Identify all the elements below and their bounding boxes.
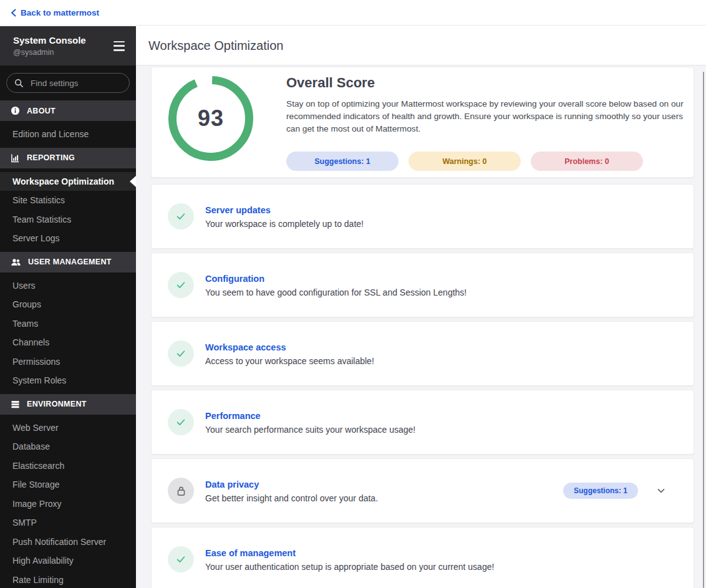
sidebar-header: System Console @sysadmin [0,26,136,65]
card-description: Your workspace is completely up to date! [205,219,364,229]
search-icon [14,79,24,88]
overall-score-card: 93 Overall Score Stay on top of optimizi… [151,67,694,178]
card-title-performance[interactable]: Performance [205,411,261,421]
selected-item-arrow [130,176,136,187]
score-chips: Suggestions: 1Warnings: 0Problems: 0 [286,152,675,171]
score-ring: 93 [168,76,253,161]
card-ease-of-management: Ease of managementYour user authenticati… [151,527,694,588]
back-to-mattermost-link[interactable]: Back to mattermost [11,8,99,17]
sidebar-item-system-roles[interactable]: System Roles [0,371,136,390]
sidebar-item-site-statistics[interactable]: Site Statistics [0,191,136,210]
card-description: Access to your workspace seems available… [205,356,374,366]
back-chevron-icon [11,9,16,17]
card-description: Your search performance suits your works… [205,425,415,435]
nav-section-user-management: USER MANAGEMENTUsersGroupsTeamsChannelsP… [0,252,136,394]
sidebar-item-web-server[interactable]: Web Server [0,418,136,438]
server-icon [11,400,20,409]
card-description: Your user authentication setup is approp… [205,562,494,572]
section-label: USER MANAGEMENT [28,258,112,266]
check-circle-icon [168,272,194,298]
sidebar-item-image-proxy[interactable]: Image Proxy [0,494,136,514]
problems-chip: Problems: 0 [531,152,643,171]
overview-description: Stay on top of optimizing your Mattermos… [286,98,693,135]
bar-chart-icon [11,153,20,163]
vertical-scrollbar[interactable] [703,72,704,588]
section-header-about[interactable]: ABOUT [0,100,136,121]
sidebar-item-groups[interactable]: Groups [0,295,136,314]
section-header-reporting[interactable]: REPORTING [0,148,136,168]
sidebar-item-database[interactable]: Database [0,437,136,456]
card-title-data-privacy[interactable]: Data privacy [205,480,259,489]
sidebar-item-file-storage[interactable]: File Storage [0,475,136,494]
card-configuration: ConfigurationYou seem to have good confi… [151,253,694,317]
nav-section-about: ABOUTEdition and License [0,100,136,148]
lock-circle-icon [168,478,194,504]
console-user: @sysadmin [13,47,112,57]
nav-section-reporting: REPORTINGWorkspace OptimizationSite Stat… [0,148,136,252]
score-value: 93 [168,76,253,161]
check-circle-icon [168,203,194,229]
users-icon [11,258,21,267]
card-performance: PerformanceYour search performance suits… [151,390,694,455]
check-circle-icon [168,409,194,435]
card-server-updates: Server updatesYour workspace is complete… [151,184,694,249]
sidebar-item-workspace-optimization[interactable]: Workspace Optimization [0,172,136,191]
section-label: ABOUT [27,107,56,115]
check-circle-icon [168,546,194,572]
sidebar-item-team-statistics[interactable]: Team Statistics [0,210,136,229]
search-input[interactable] [29,78,122,89]
page-title: Workspace Optimization [148,39,283,53]
sidebar-item-permissions[interactable]: Permissions [0,352,136,372]
section-label: ENVIRONMENT [27,400,87,408]
system-console-sidebar: System Console @sysadmin ABOUTEdition an… [0,26,136,588]
warnings-chip: Warnings: 0 [409,152,521,171]
top-bar: Back to mattermost [0,0,706,26]
console-title: System Console [13,35,112,46]
card-title-configuration[interactable]: Configuration [205,274,264,284]
content-area: 93 Overall Score Stay on top of optimizi… [136,65,706,588]
nav-section-environment: ENVIRONMENTWeb ServerDatabaseElasticsear… [0,394,136,588]
check-circle-icon [168,340,194,367]
sidebar-item-users[interactable]: Users [0,276,136,296]
sidebar-item-high-availability[interactable]: High Availability [0,551,136,571]
sidebar-item-teams[interactable]: Teams [0,314,136,334]
card-title-ease-of-management[interactable]: Ease of management [205,548,296,558]
card-title-workspace-access[interactable]: Workspace access [205,342,286,352]
sidebar-item-push-notification-server[interactable]: Push Notification Server [0,533,136,552]
suggestions-badge: Suggestions: 1 [563,483,638,499]
card-workspace-access: Workspace accessAccess to your workspace… [151,321,694,386]
card-description: Get better insight and control over your… [205,493,378,503]
sidebar-item-server-logs[interactable]: Server Logs [0,229,136,248]
sidebar-nav: ABOUTEdition and LicenseREPORTINGWorkspa… [0,100,136,588]
section-header-environment[interactable]: ENVIRONMENT [0,394,136,415]
card-description: You seem to have good configuration for … [205,287,467,297]
suggestions-chip: Suggestions: 1 [286,152,399,171]
overview-heading: Overall Score [286,75,675,91]
settings-search-box[interactable] [6,73,130,93]
sidebar-item-elasticsearch[interactable]: Elasticsearch [0,456,136,476]
page-header: Workspace Optimization [136,26,706,65]
menu-icon[interactable] [112,41,126,52]
chevron-down-icon[interactable] [654,483,669,498]
sidebar-item-edition-and-license[interactable]: Edition and License [0,125,136,144]
section-header-user-management[interactable]: USER MANAGEMENT [0,252,136,272]
sidebar-item-channels[interactable]: Channels [0,333,136,352]
back-link-label: Back to mattermost [21,8,99,17]
sidebar-item-rate-limiting[interactable]: Rate Limiting [0,571,136,588]
section-label: REPORTING [27,153,75,162]
info-icon [11,106,20,115]
card-title-server-updates[interactable]: Server updates [205,205,271,215]
sidebar-item-smtp[interactable]: SMTP [0,513,136,533]
card-data-privacy: Data privacyGet better insight and contr… [151,458,694,523]
